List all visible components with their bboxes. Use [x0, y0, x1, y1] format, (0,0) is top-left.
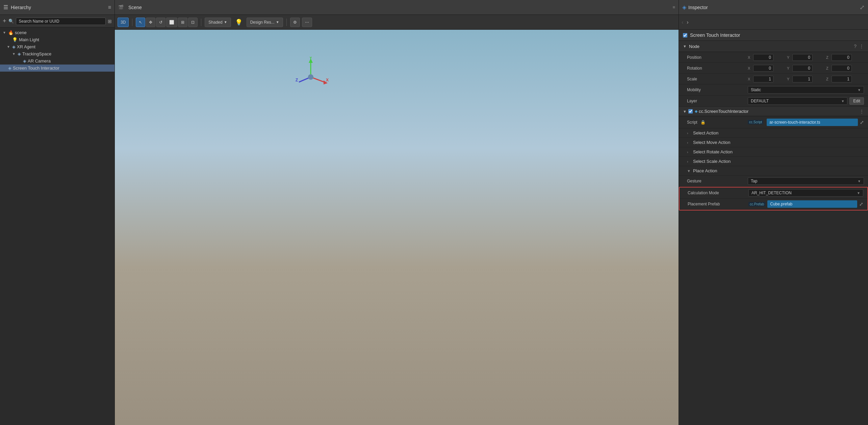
layer-label: Layer — [687, 99, 748, 103]
calc-mode-chevron-icon: ▼ — [857, 191, 860, 195]
prefab-label: Placement Prefab — [688, 202, 748, 206]
light-toggle-icon[interactable]: 💡 — [233, 18, 245, 27]
script-component-more-icon[interactable]: ⋮ — [860, 109, 864, 114]
tree-label-main-light: Main Light — [19, 37, 39, 42]
svg-text:Y: Y — [309, 57, 312, 60]
scale-y-input[interactable] — [792, 76, 813, 82]
script-label-text: Script — [687, 120, 697, 125]
arcamera-icon: ◈ — [23, 58, 26, 64]
nav-forward-arrow[interactable]: › — [687, 19, 688, 25]
rot-x-axis: X — [748, 66, 752, 70]
y-axis-label: Y — [787, 55, 792, 59]
xragent-icon: ◈ — [12, 44, 16, 49]
scale-z-field: Z — [826, 76, 864, 82]
layer-edit-button[interactable]: Edit — [849, 97, 864, 105]
scene-menu-icon[interactable]: ≡ — [672, 5, 675, 10]
transform-gizmo: X Y Z — [290, 57, 331, 97]
place-action-header[interactable]: ▼ Place Action — [679, 166, 868, 176]
calc-mode-value: AR_HIT_DETECTION — [751, 191, 792, 195]
scale-z-axis: Z — [826, 77, 831, 81]
node-help-icon[interactable]: ? — [854, 44, 857, 49]
node-section-header[interactable]: ▼ Node ? ⋮ — [679, 41, 868, 52]
tree-item-ar-camera[interactable]: ◈ AR Camera — [0, 57, 114, 65]
prefab-open-icon[interactable]: ⤢ — [859, 201, 863, 207]
scale-y-field: Y — [787, 76, 825, 82]
mobility-dropdown[interactable]: Static ▼ — [748, 86, 864, 94]
tree-item-xr-agent[interactable]: ▼ ◈ XR Agent — [0, 43, 114, 50]
select-rotate-action-row[interactable]: › Select Rotate Action — [679, 147, 868, 157]
rotation-z-input[interactable] — [832, 65, 852, 72]
position-z-input[interactable] — [832, 54, 852, 61]
shaded-dropdown[interactable]: Shaded ▼ — [205, 18, 231, 27]
btn-scale[interactable]: ⬜ — [166, 18, 177, 27]
component-name-label: Screen Touch Interactor — [690, 32, 740, 38]
rotation-x-input[interactable] — [753, 65, 773, 72]
position-y-input[interactable] — [792, 54, 813, 61]
tree-arrow-scene: ▼ — [3, 31, 7, 34]
tree-label-scene: scene — [15, 30, 27, 35]
screentouch-icon: ◈ — [8, 66, 11, 71]
script-property-label: Script 🔒 — [687, 120, 748, 125]
btn-rect[interactable]: ⊞ — [178, 18, 187, 27]
rotation-y-input[interactable] — [792, 65, 813, 72]
select-action-chevron-icon: › — [687, 131, 691, 135]
position-values: X Y Z — [748, 54, 864, 61]
hierarchy-icon: ☰ — [3, 4, 8, 10]
btn-rotate[interactable]: ↺ — [156, 18, 165, 27]
scene-panel: 🎬 Scene ≡ 3D ↖ ✥ ↺ ⬜ ⊞ ⊡ Shaded ▼ 💡 Desi… — [115, 0, 679, 425]
btn-universal[interactable]: ⊡ — [188, 18, 198, 27]
script-component-checkbox[interactable] — [688, 109, 693, 114]
layer-dropdown[interactable]: DEFAULT ▼ — [748, 97, 847, 105]
script-open-icon[interactable]: ⤢ — [860, 120, 864, 125]
rot-y-axis: Y — [787, 66, 792, 70]
design-res-chevron-icon: ▼ — [276, 20, 279, 24]
btn-move[interactable]: ✥ — [146, 18, 155, 27]
select-scale-action-row[interactable]: › Select Scale Action — [679, 157, 868, 166]
scale-z-input[interactable] — [832, 76, 852, 82]
calc-mode-dropdown[interactable]: AR_HIT_DETECTION ▼ — [748, 189, 863, 197]
gesture-label: Gesture — [687, 179, 748, 183]
btn-settings-2[interactable]: ⋯ — [302, 18, 312, 27]
position-z-field: Z — [826, 54, 864, 61]
select-action-row[interactable]: › Select Action — [679, 128, 868, 138]
node-section-title: Node — [689, 44, 699, 49]
mobility-label: Mobility — [687, 88, 748, 92]
tree-item-screen-touch[interactable]: ◈ Screen Touch Interactor — [0, 65, 114, 72]
tree-label-tracking-space: TrackingSpace — [22, 51, 51, 56]
hierarchy-title: Hierarchy — [11, 5, 31, 10]
tree-arrow-tracking: ▼ — [12, 52, 16, 56]
hierarchy-search-input[interactable] — [16, 18, 106, 25]
btn-select-transform[interactable]: ↖ — [136, 18, 145, 27]
component-enable-checkbox[interactable] — [683, 33, 687, 38]
component-header-row: Screen Touch Interactor — [679, 30, 868, 41]
btn-3d[interactable]: 3D — [118, 18, 129, 27]
script-lock-icon: 🔒 — [700, 120, 706, 125]
inspector-title: Inspector — [688, 5, 708, 10]
scale-x-input[interactable] — [753, 76, 773, 82]
tree-item-main-light[interactable]: 💡 Main Light — [0, 36, 114, 43]
script-property-row: Script 🔒 cc.Script ar-screen-touch-inter… — [679, 116, 868, 128]
hierarchy-menu-icon[interactable]: ≡ — [108, 4, 111, 10]
svg-text:X: X — [326, 78, 329, 82]
tree-item-scene[interactable]: ▼ 🔥 scene — [0, 29, 114, 36]
script-component-header[interactable]: ▼ ◆ cc.ScreenTouchInteractor ⋮ — [679, 107, 868, 116]
node-more-icon[interactable]: ⋮ — [859, 44, 864, 49]
svg-point-5 — [308, 74, 313, 80]
gesture-dropdown[interactable]: Tap ▼ — [748, 177, 864, 185]
inspector-expand-icon[interactable]: ⤢ — [860, 4, 865, 11]
svg-text:Z: Z — [296, 78, 298, 82]
hierarchy-panel: ☰ Hierarchy ≡ + 🔍 ⊞ ▼ 🔥 scene 💡 Main Lig… — [0, 0, 115, 425]
position-row: Position X Y Z — [679, 52, 868, 63]
btn-settings-1[interactable]: ⚙ — [290, 18, 300, 27]
mobility-row: Mobility Static ▼ — [679, 84, 868, 96]
nav-back-arrow[interactable]: ‹ — [682, 19, 683, 25]
position-x-input[interactable] — [753, 54, 773, 61]
design-res-dropdown[interactable]: Design Res... ▼ — [247, 18, 283, 27]
select-move-action-row[interactable]: › Select Move Action — [679, 138, 868, 147]
tree-item-tracking-space[interactable]: ▼ ◈ TrackingSpace — [0, 50, 114, 57]
list-view-icon[interactable]: ⊞ — [108, 19, 112, 24]
add-node-button[interactable]: + — [3, 18, 6, 25]
hierarchy-header: ☰ Hierarchy ≡ — [0, 0, 114, 15]
component-diamond-icon: ◆ — [695, 109, 697, 114]
scale-x-field: X — [748, 76, 786, 82]
